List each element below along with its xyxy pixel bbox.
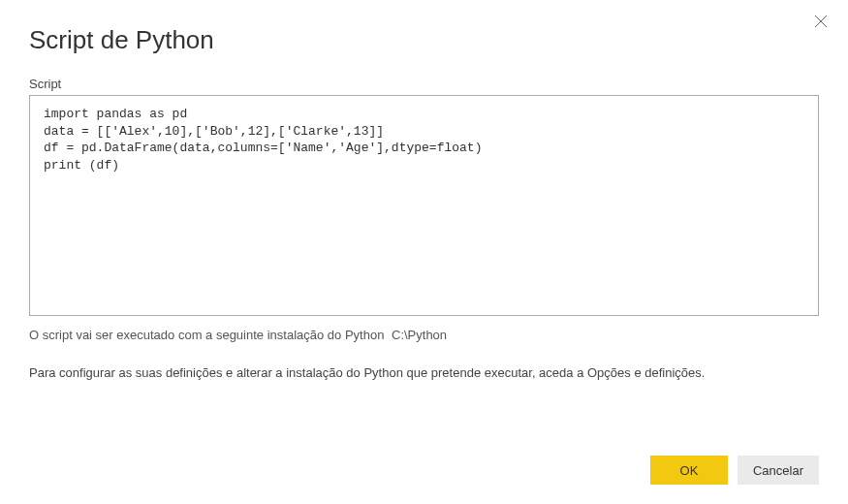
install-info-text: O script vai ser executado com a seguint… [29,328,384,342]
settings-info: Para configurar as suas definições e alt… [29,365,819,380]
cancel-button[interactable]: Cancelar [738,456,819,485]
python-script-dialog: Script de Python Script O script vai ser… [0,0,848,504]
script-label: Script [29,77,819,91]
script-input[interactable] [29,95,819,316]
install-path: C:\Python [392,328,447,342]
ok-button[interactable]: OK [650,456,728,485]
install-info: O script vai ser executado com a seguint… [29,328,819,342]
dialog-title: Script de Python [29,25,819,55]
close-icon [814,15,828,32]
close-button[interactable] [809,12,832,35]
button-row: OK Cancelar [650,456,819,485]
